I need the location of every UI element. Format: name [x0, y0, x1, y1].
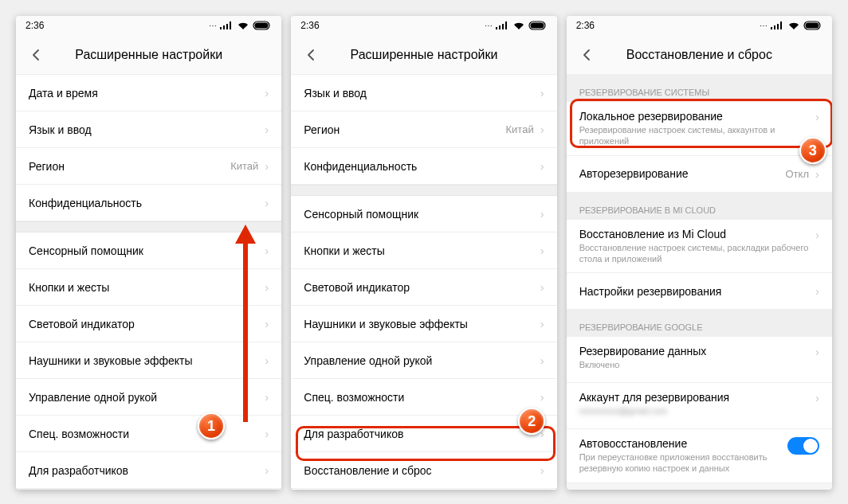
- phone-screen-3: 2:36 ⋯ Восстановление и сброс РЕЗЕРВИРОВ…: [567, 16, 832, 490]
- chevron-right-icon: ›: [815, 228, 819, 241]
- step-badge-1: 1: [198, 412, 225, 440]
- row-local-backup[interactable]: Локальное резервирование Резервирование …: [567, 102, 832, 156]
- row-date-time[interactable]: Дата и время ›: [16, 75, 281, 111]
- status-icons: ⋯: [485, 21, 548, 30]
- row-onehand[interactable]: Управление одной рукой ›: [291, 342, 556, 379]
- battery-icon: [253, 21, 272, 30]
- row-headphones[interactable]: Наушники и звуковые эффекты ›: [16, 342, 281, 379]
- dots-icon: ⋯: [485, 21, 492, 30]
- back-button[interactable]: [576, 44, 599, 66]
- signal-icon: [495, 21, 509, 30]
- settings-list: Язык и ввод › Регион Китай › Конфиденциа…: [291, 75, 556, 490]
- row-language[interactable]: Язык и ввод ›: [16, 111, 281, 148]
- chevron-right-icon: ›: [540, 86, 544, 100]
- chevron-right-icon: ›: [815, 167, 819, 181]
- row-language[interactable]: Язык и ввод ›: [291, 75, 556, 111]
- row-touch-assist[interactable]: Сенсорный помощник ›: [291, 196, 556, 232]
- row-touch-assist[interactable]: Сенсорный помощник ›: [16, 232, 281, 269]
- row-region[interactable]: Регион Китай ›: [291, 111, 556, 148]
- row-region[interactable]: Регион Китай ›: [16, 148, 281, 185]
- chevron-left-icon: [305, 49, 318, 61]
- chevron-right-icon: ›: [265, 280, 269, 294]
- chevron-right-icon: ›: [540, 244, 544, 257]
- row-restore-reset[interactable]: Восстановление и сброс ›: [291, 452, 556, 489]
- chevron-right-icon: ›: [540, 354, 544, 367]
- phone-screen-1: 2:36 ⋯ Расширенные настройки Дата и врем…: [16, 16, 281, 490]
- row-backup-settings[interactable]: Настройки резервирования ›: [567, 273, 832, 310]
- back-button[interactable]: [300, 44, 323, 66]
- back-button[interactable]: [26, 44, 48, 66]
- battery-icon: [528, 21, 548, 30]
- status-bar: 2:36 ⋯: [291, 16, 556, 35]
- signal-icon: [770, 21, 784, 30]
- row-buttons[interactable]: Кнопки и жесты ›: [16, 269, 281, 306]
- chevron-right-icon: ›: [540, 123, 544, 136]
- clipped-row: [16, 489, 281, 490]
- wifi-icon: [512, 21, 525, 30]
- chevron-right-icon: ›: [540, 280, 544, 294]
- battery-icon: [803, 21, 822, 30]
- status-bar: 2:36 ⋯: [567, 16, 832, 35]
- chevron-right-icon: ›: [265, 317, 269, 330]
- row-accessibility[interactable]: Спец. возможности ›: [16, 416, 281, 452]
- status-time: 2:36: [26, 20, 44, 31]
- step-badge-3: 3: [799, 137, 826, 164]
- status-icons: ⋯: [209, 21, 272, 30]
- section-google: РЕЗЕРВИРОВАНИЕ GOOGLE: [567, 310, 832, 337]
- phone-screen-2: 2:36 ⋯ Расширенные настройки Язык и ввод…: [291, 16, 556, 490]
- row-led[interactable]: Световой индикатор ›: [291, 269, 556, 306]
- row-developer[interactable]: Для разработчиков ›: [16, 452, 281, 489]
- chevron-left-icon: [30, 49, 43, 61]
- chevron-right-icon: ›: [540, 390, 544, 404]
- chevron-left-icon: [581, 49, 594, 61]
- row-accessibility[interactable]: Спец. возможности ›: [291, 379, 556, 416]
- auto-restore-toggle[interactable]: [787, 437, 819, 455]
- row-micloud-restore[interactable]: Восстановление из Mi Cloud Восстановлени…: [567, 220, 832, 274]
- row-buttons[interactable]: Кнопки и жесты ›: [291, 232, 556, 269]
- status-time: 2:36: [300, 20, 319, 31]
- chevron-right-icon: ›: [815, 345, 819, 358]
- row-headphones[interactable]: Наушники и звуковые эффекты ›: [291, 306, 556, 342]
- status-bar: 2:36 ⋯: [16, 16, 281, 35]
- page-header: Восстановление и сброс: [567, 35, 832, 75]
- chevron-right-icon: ›: [815, 110, 819, 123]
- page-header: Расширенные настройки: [291, 35, 556, 75]
- page-title: Расширенные настройки: [48, 48, 249, 62]
- svg-rect-5: [530, 23, 544, 29]
- status-icons: ⋯: [760, 21, 822, 30]
- signal-icon: [219, 21, 234, 30]
- svg-rect-7: [805, 23, 819, 29]
- section-divider: [291, 185, 556, 196]
- dots-icon: ⋯: [209, 21, 216, 30]
- row-privacy[interactable]: Конфиденциальность ›: [16, 185, 281, 221]
- chevron-right-icon: ›: [265, 244, 269, 257]
- chevron-right-icon: ›: [265, 86, 269, 100]
- chevron-right-icon: ›: [265, 123, 269, 136]
- row-onehand[interactable]: Управление одной рукой ›: [16, 379, 281, 416]
- chevron-right-icon: ›: [265, 159, 269, 173]
- chevron-right-icon: ›: [265, 196, 269, 209]
- chevron-right-icon: ›: [815, 391, 819, 404]
- wifi-icon: [787, 21, 800, 30]
- row-backup-account[interactable]: Аккаунт для резервирования xxxxxxxxx@gma…: [567, 383, 832, 429]
- dots-icon: ⋯: [760, 21, 767, 30]
- status-time: 2:36: [576, 20, 595, 31]
- row-data-backup[interactable]: Резервирование данных Включено ›: [567, 337, 832, 383]
- chevron-right-icon: ›: [265, 390, 269, 404]
- chevron-right-icon: ›: [265, 427, 269, 440]
- section-micloud: РЕЗЕРВИРОВАНИЕ В MI CLOUD: [567, 193, 832, 220]
- page-title: Расширенные настройки: [323, 48, 524, 62]
- chevron-right-icon: ›: [540, 207, 544, 221]
- row-mimover[interactable]: Mi Mover ›: [291, 489, 556, 490]
- page-header: Расширенные настройки: [16, 35, 281, 75]
- page-title: Восстановление и сброс: [599, 48, 800, 62]
- chevron-right-icon: ›: [540, 463, 544, 477]
- row-auto-backup[interactable]: Авторезервирование Откл ›: [567, 156, 832, 193]
- row-led[interactable]: Световой индикатор ›: [16, 306, 281, 342]
- chevron-right-icon: ›: [540, 317, 544, 330]
- settings-list: РЕЗЕРВИРОВАНИЕ СИСТЕМЫ Локальное резерви…: [567, 75, 832, 490]
- row-privacy[interactable]: Конфиденциальность ›: [291, 148, 556, 185]
- row-developer[interactable]: Для разработчиков ›: [291, 416, 556, 452]
- section-system-backup: РЕЗЕРВИРОВАНИЕ СИСТЕМЫ: [567, 75, 832, 102]
- row-auto-restore[interactable]: Автовосстановление При переустановке при…: [567, 429, 832, 483]
